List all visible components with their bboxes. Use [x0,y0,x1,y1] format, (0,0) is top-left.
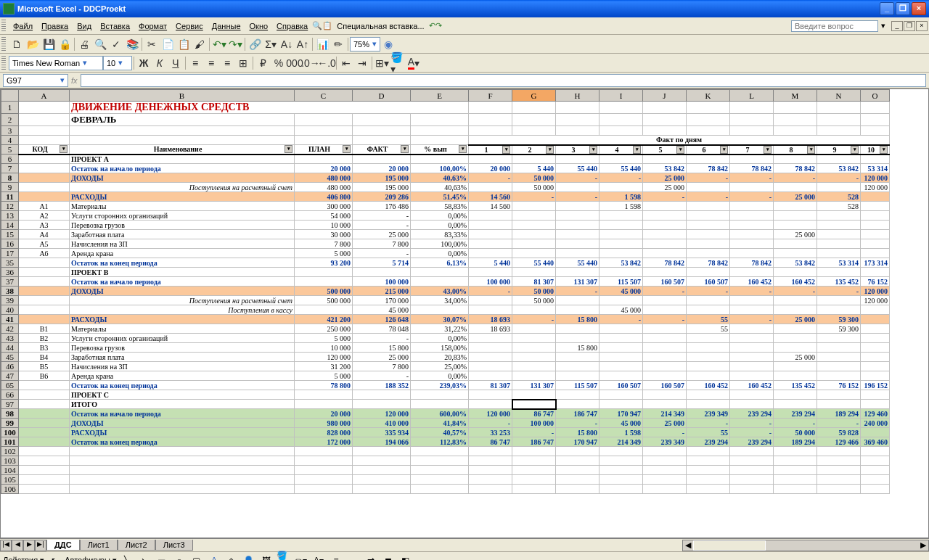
cell[interactable]: 406 800 [295,192,353,202]
cell[interactable]: - [556,192,599,202]
paste-icon[interactable]: 📋 [176,36,192,52]
cell[interactable] [19,315,70,324]
cell[interactable] [730,466,774,475]
cell[interactable]: 20 000 [295,409,353,419]
cell[interactable]: 25 000 [774,230,817,239]
row-header[interactable]: 103 [1,456,19,466]
cell[interactable] [774,126,817,136]
cell[interactable]: В4 [19,353,70,362]
cell[interactable] [643,343,687,353]
cell[interactable]: 59 300 [817,324,861,334]
cell[interactable] [469,211,512,221]
cell[interactable] [861,268,890,277]
row-header[interactable]: 8 [1,173,19,183]
row-header[interactable]: 17 [1,249,19,258]
cell[interactable] [774,400,817,409]
cell[interactable] [512,475,556,485]
cell[interactable]: Материалы [70,202,295,211]
cell[interactable] [687,343,730,353]
cell[interactable] [730,249,774,258]
row-header[interactable]: 4 [1,136,19,145]
cell[interactable] [512,362,556,371]
cell[interactable] [730,353,774,362]
cell[interactable] [556,334,599,343]
cut-icon[interactable]: ✂ [144,36,160,52]
cell[interactable]: 59 300 [817,315,861,324]
cell[interactable] [599,221,643,230]
cell[interactable] [411,447,469,456]
cell[interactable]: 41,84% [411,419,469,428]
cell[interactable]: 112,83% [411,437,469,447]
column-header[interactable]: B [70,90,295,102]
cell[interactable] [512,268,556,277]
cell[interactable] [353,456,411,466]
row-header[interactable]: 36 [1,268,19,277]
cell[interactable] [687,268,730,277]
cell[interactable] [730,390,774,400]
cell[interactable] [469,466,512,475]
cell[interactable]: 81 307 [512,277,556,287]
cell[interactable] [687,447,730,456]
row-header[interactable]: 40 [1,305,19,315]
cell[interactable] [861,102,890,114]
cell[interactable] [687,183,730,192]
cell[interactable] [687,239,730,249]
row-header[interactable]: 5 [1,145,19,155]
cell[interactable] [730,114,774,126]
cell[interactable]: 120 000 [861,183,890,192]
cell[interactable]: 14 560 [469,192,512,202]
cell[interactable]: 5 714 [353,258,411,268]
drawing-icon[interactable]: ✏ [330,36,346,52]
cell[interactable]: 10▾ [861,145,890,155]
cell[interactable] [599,485,643,494]
wordart-icon[interactable]: A [207,553,221,561]
cell[interactable] [730,362,774,371]
cell[interactable]: 10 000 [295,221,353,230]
cell[interactable] [411,277,469,287]
cell[interactable] [774,334,817,343]
cell[interactable]: 239 349 [687,409,730,419]
cell[interactable] [774,183,817,192]
font-color-icon[interactable]: A▾ [406,55,422,71]
cell[interactable]: 20 000 [469,164,512,173]
cell[interactable] [687,334,730,343]
redo-icon[interactable]: ↷ [435,21,442,30]
cell[interactable]: Аренда крана [70,249,295,258]
cell[interactable]: 50 000 [774,428,817,437]
cell[interactable]: 120 000 [295,353,353,362]
cell[interactable] [817,400,861,409]
cell[interactable]: 186 747 [556,409,599,419]
cell[interactable]: 5 000 [295,334,353,343]
cell[interactable]: 78 842 [643,258,687,268]
cell[interactable] [861,371,890,381]
cell[interactable]: 7 800 [353,362,411,371]
cell[interactable] [512,126,556,136]
cell[interactable] [687,456,730,466]
cell[interactable]: 86 747 [469,437,512,447]
cell[interactable] [774,485,817,494]
cell[interactable]: 239 294 [730,437,774,447]
cell[interactable] [599,362,643,371]
cell[interactable]: - [469,173,512,183]
cell[interactable]: Заработная плата [70,230,295,239]
cell[interactable] [70,485,295,494]
column-header[interactable]: M [774,90,817,102]
cell[interactable] [469,183,512,192]
cell[interactable]: 40,63% [411,183,469,192]
cell[interactable] [817,249,861,258]
cell[interactable] [643,221,687,230]
cell[interactable] [774,305,817,315]
open-icon[interactable]: 📂 [25,36,41,52]
cell[interactable]: 78 842 [730,258,774,268]
cell[interactable] [774,211,817,221]
align-right-icon[interactable]: ≡ [219,55,235,71]
cell[interactable]: Услуги сторонних организаций [70,211,295,221]
cell[interactable] [599,102,643,114]
cell[interactable]: 135 452 [817,277,861,287]
row-header[interactable]: 47 [1,371,19,381]
toolbar-handle[interactable] [1,20,6,33]
arrow-style-icon[interactable]: ⇄ [364,553,378,561]
cell[interactable]: А1 [19,202,70,211]
cell[interactable] [730,475,774,485]
cell[interactable] [19,466,70,475]
